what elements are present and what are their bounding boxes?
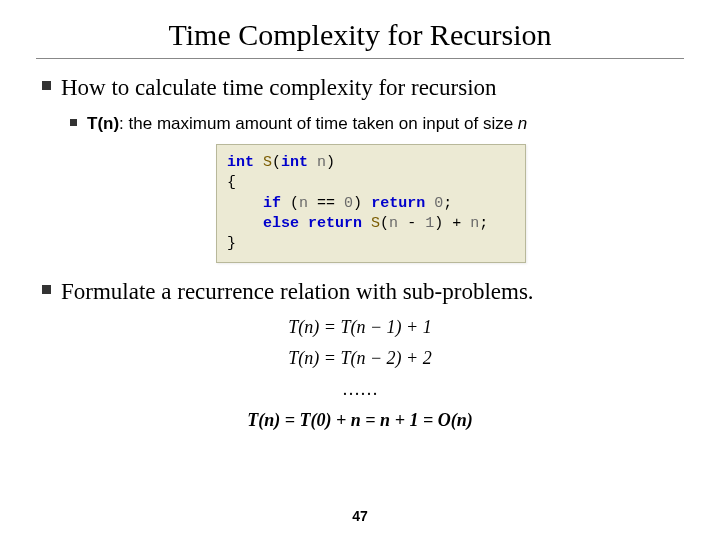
bullet-level1-how: How to calculate time complexity for rec…: [42, 73, 684, 103]
equation-block: T(n) = T(n − 1) + 1 T(n) = T(n − 2) + 2 …: [36, 317, 684, 431]
paren: (: [380, 215, 389, 232]
italic-n: n: [518, 114, 527, 133]
bullet2-text: T(n): the maximum amount of time taken o…: [87, 113, 527, 134]
equation-final: T(n) = T(0) + n = n + 1 = O(n): [36, 410, 684, 431]
var-n: n: [389, 215, 398, 232]
op-minus: -: [398, 215, 425, 232]
lit-0: 0: [344, 195, 353, 212]
kw-return: return: [308, 215, 362, 232]
paren: ): [353, 195, 362, 212]
tn-label: T(n): [87, 114, 119, 133]
bullet1-text: How to calculate time complexity for rec…: [61, 73, 497, 103]
op-eq: ==: [308, 195, 344, 212]
page-number: 47: [0, 508, 720, 524]
square-bullet-icon: [42, 285, 51, 294]
paren: (: [290, 195, 299, 212]
semicolon: ;: [479, 215, 488, 232]
code-block: int S(int n) { if (n == 0) return 0; els…: [216, 144, 526, 263]
page-title: Time Complexity for Recursion: [36, 18, 684, 52]
var-n: n: [470, 215, 479, 232]
title-divider: [36, 58, 684, 59]
square-bullet-icon: [42, 81, 51, 90]
equation-1: T(n) = T(n − 1) + 1: [36, 317, 684, 338]
kw-else: else: [263, 215, 299, 232]
bullet-level2-tn: T(n): the maximum amount of time taken o…: [70, 113, 684, 134]
bullet3-text: Formulate a recurrence relation with sub…: [61, 277, 534, 307]
bullet2-mid: : the maximum amount of time taken on in…: [119, 114, 518, 133]
param-n: n: [317, 154, 326, 171]
var-n: n: [299, 195, 308, 212]
brace: }: [227, 235, 236, 252]
equation-2: T(n) = T(n − 2) + 2: [36, 348, 684, 369]
lit-0: 0: [434, 195, 443, 212]
bullet-list2: Formulate a recurrence relation with sub…: [36, 277, 684, 307]
fn-name: S: [263, 154, 272, 171]
brace: {: [227, 174, 236, 191]
bullet-level1-formulate: Formulate a recurrence relation with sub…: [42, 277, 684, 307]
kw-return: return: [371, 195, 425, 212]
paren: ): [434, 215, 443, 232]
semicolon: ;: [443, 195, 452, 212]
op-plus: +: [443, 215, 470, 232]
square-bullet-icon: [70, 119, 77, 126]
kw-if: if: [263, 195, 281, 212]
paren: (: [272, 154, 281, 171]
kw-int: int: [281, 154, 308, 171]
lit-1: 1: [425, 215, 434, 232]
bullet-list: How to calculate time complexity for rec…: [36, 73, 684, 134]
kw-int: int: [227, 154, 254, 171]
fn-name: S: [371, 215, 380, 232]
paren: ): [326, 154, 335, 171]
equation-ellipsis: ……: [36, 379, 684, 400]
